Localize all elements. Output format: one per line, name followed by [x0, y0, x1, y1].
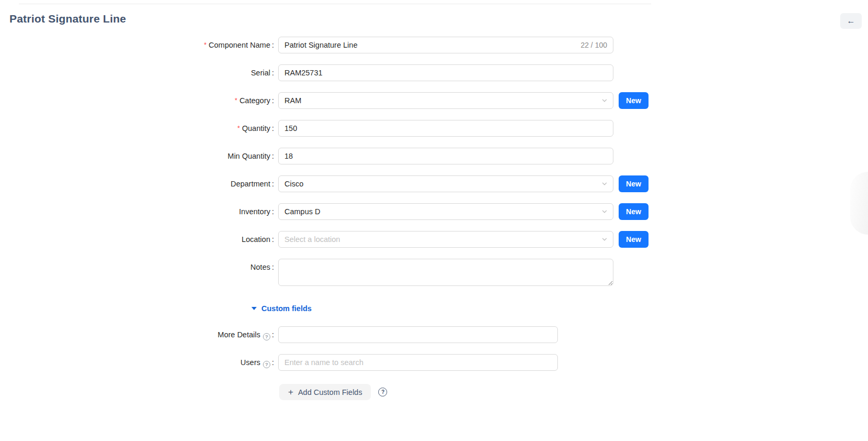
form-row-department: Department Cisco New [0, 175, 681, 192]
form-row-users: Users? [0, 354, 681, 371]
location-select[interactable]: Select a location [278, 231, 613, 248]
custom-fields-toggle-label: Custom fields [261, 304, 312, 313]
more-details-input[interactable] [278, 326, 558, 343]
department-select-value: Cisco [284, 180, 303, 188]
form-row-quantity: Quantity [0, 120, 681, 137]
inventory-select[interactable]: Campus D [278, 203, 613, 220]
inventory-label: Inventory [0, 203, 274, 220]
department-select[interactable]: Cisco [278, 175, 613, 192]
form-row-min-quantity: Min Quantity [0, 148, 681, 164]
chevron-down-icon [601, 181, 608, 187]
serial-label: Serial [0, 64, 274, 81]
inventory-select-value: Campus D [284, 207, 321, 216]
page-title: Patriot Signature Line [9, 13, 126, 25]
inventory-new-button[interactable]: New [619, 203, 649, 220]
edge-floating-widget [850, 172, 868, 235]
form-row-location: Location Select a location New [0, 231, 681, 248]
quantity-label: Quantity [0, 120, 274, 137]
back-button[interactable]: ← [840, 13, 862, 29]
top-divider [19, 4, 651, 4]
add-custom-fields-row: + Add Custom Fields ? [279, 384, 681, 400]
chevron-down-icon [601, 208, 608, 215]
add-custom-fields-button[interactable]: + Add Custom Fields [279, 384, 371, 400]
location-new-button[interactable]: New [619, 231, 649, 248]
department-new-button[interactable]: New [619, 175, 649, 192]
chevron-down-icon [601, 236, 608, 242]
component-name-label: Component Name [0, 37, 274, 53]
min-quantity-input[interactable] [278, 148, 613, 164]
form-row-inventory: Inventory Campus D New [0, 203, 681, 220]
more-details-label: More Details? [0, 326, 274, 343]
form-row-component-name: Component Name 22 / 100 [0, 37, 681, 53]
notes-label: Notes [0, 259, 274, 275]
back-arrow-icon: ← [847, 17, 855, 25]
category-new-button[interactable]: New [619, 92, 649, 109]
serial-input[interactable] [278, 64, 613, 81]
help-circle-icon: ? [378, 388, 387, 396]
min-quantity-label: Min Quantity [0, 148, 274, 164]
form-row-category: Category RAM New [0, 92, 681, 109]
notes-textarea[interactable] [278, 259, 613, 286]
caret-down-icon [251, 307, 257, 310]
chevron-down-icon [601, 97, 608, 104]
quantity-input[interactable] [278, 120, 613, 137]
form-row-serial: Serial [0, 64, 681, 81]
category-select-value: RAM [284, 96, 301, 105]
location-select-placeholder: Select a location [284, 235, 340, 244]
category-label: Category [0, 92, 274, 109]
help-circle-icon: ? [263, 361, 270, 368]
category-select[interactable]: RAM [278, 92, 613, 109]
location-label: Location [0, 231, 274, 248]
department-label: Department [0, 175, 274, 192]
users-label: Users? [0, 354, 274, 371]
plus-icon: + [288, 388, 293, 396]
form-row-more-details: More Details? [0, 326, 681, 343]
component-name-input[interactable] [278, 37, 613, 53]
help-circle-icon: ? [263, 333, 270, 340]
custom-fields-toggle[interactable]: Custom fields [251, 304, 312, 313]
form-row-notes: Notes [0, 259, 681, 288]
users-search-input[interactable] [278, 354, 558, 371]
component-edit-form: Component Name 22 / 100 Serial Category … [0, 37, 681, 400]
add-custom-fields-label: Add Custom Fields [298, 388, 362, 396]
